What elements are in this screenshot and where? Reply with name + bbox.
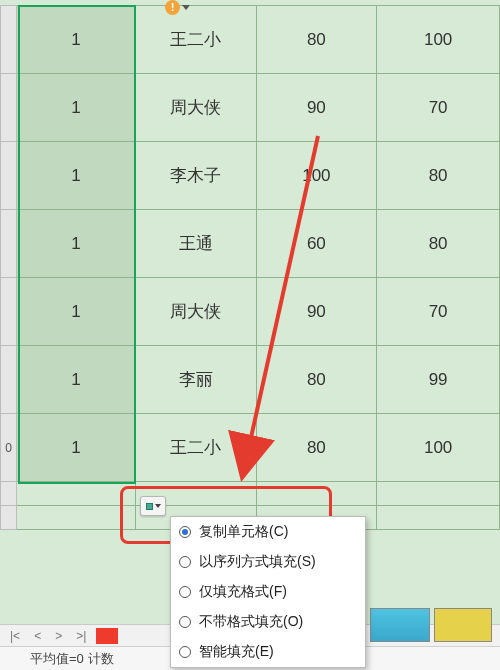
cell[interactable]: 80: [256, 346, 377, 414]
cell[interactable]: 1: [17, 278, 136, 346]
cell[interactable]: 1: [17, 346, 136, 414]
nav-next-button[interactable]: >: [51, 629, 66, 643]
cell[interactable]: 周大侠: [135, 74, 256, 142]
row-header[interactable]: [1, 142, 17, 210]
fill-option-label: 仅填充格式(F): [199, 583, 287, 601]
table-row[interactable]: 1王二小80100: [1, 6, 500, 74]
thumbnail-1: [370, 608, 430, 642]
cell[interactable]: [377, 482, 500, 506]
row-header[interactable]: [1, 74, 17, 142]
cell[interactable]: 100: [377, 6, 500, 74]
table-row[interactable]: 1周大侠9070: [1, 278, 500, 346]
nav-prev-button[interactable]: <: [30, 629, 45, 643]
thumbnail-2: [434, 608, 492, 642]
nav-first-button[interactable]: |<: [6, 629, 24, 643]
radio-icon: [179, 586, 191, 598]
row-header[interactable]: [1, 346, 17, 414]
fill-option-label: 不带格式填充(O): [199, 613, 303, 631]
chevron-down-icon: [182, 5, 190, 10]
fill-option-label: 智能填充(E): [199, 643, 274, 661]
row-header[interactable]: [1, 278, 17, 346]
cell[interactable]: 100: [377, 414, 500, 482]
table-row[interactable]: 1李木子10080: [1, 142, 500, 210]
fill-option-4[interactable]: 智能填充(E): [171, 637, 365, 667]
fill-option-label: 复制单元格(C): [199, 523, 288, 541]
data-table[interactable]: 1王二小801001周大侠90701李木子100801王通60801周大侠907…: [0, 5, 500, 530]
cell[interactable]: 99: [377, 346, 500, 414]
autofill-options-menu: 复制单元格(C)以序列方式填充(S)仅填充格式(F)不带格式填充(O)智能填充(…: [170, 516, 366, 668]
status-average: 平均值=0: [30, 650, 84, 668]
nav-last-button[interactable]: >|: [72, 629, 90, 643]
cell[interactable]: 周大侠: [135, 278, 256, 346]
status-count: 计数: [88, 650, 114, 668]
autofill-options-button[interactable]: [140, 496, 166, 516]
fill-option-label: 以序列方式填充(S): [199, 553, 316, 571]
cell[interactable]: 王通: [135, 210, 256, 278]
cell[interactable]: 1: [17, 414, 136, 482]
cell[interactable]: 1: [17, 74, 136, 142]
row-header[interactable]: [1, 506, 17, 530]
chevron-down-icon: [155, 504, 161, 508]
cell[interactable]: 王二小: [135, 6, 256, 74]
cell[interactable]: 70: [377, 74, 500, 142]
cell[interactable]: 70: [377, 278, 500, 346]
cell[interactable]: 80: [256, 6, 377, 74]
spreadsheet-grid[interactable]: 1王二小801001周大侠90701李木子100801王通60801周大侠907…: [0, 5, 500, 530]
row-header[interactable]: [1, 210, 17, 278]
radio-icon: [179, 646, 191, 658]
active-sheet-indicator[interactable]: [96, 628, 118, 644]
radio-icon: [179, 556, 191, 568]
fill-option-2[interactable]: 仅填充格式(F): [171, 577, 365, 607]
cell[interactable]: [377, 506, 500, 530]
cell[interactable]: 80: [377, 210, 500, 278]
table-row[interactable]: 1李丽8099: [1, 346, 500, 414]
cell[interactable]: 李木子: [135, 142, 256, 210]
row-header[interactable]: 0: [1, 414, 17, 482]
cell[interactable]: 1: [17, 142, 136, 210]
fill-option-1[interactable]: 以序列方式填充(S): [171, 547, 365, 577]
cell[interactable]: [17, 506, 136, 530]
fill-option-3[interactable]: 不带格式填充(O): [171, 607, 365, 637]
cell[interactable]: 100: [256, 142, 377, 210]
fill-icon: [146, 503, 153, 510]
cell[interactable]: 1: [17, 6, 136, 74]
fill-option-0[interactable]: 复制单元格(C): [171, 517, 365, 547]
cell[interactable]: 1: [17, 210, 136, 278]
cell[interactable]: [256, 482, 377, 506]
cell[interactable]: 90: [256, 278, 377, 346]
radio-icon: [179, 526, 191, 538]
table-row[interactable]: 1周大侠9070: [1, 74, 500, 142]
row-header[interactable]: [1, 6, 17, 74]
warning-icon: !: [165, 0, 180, 15]
cell[interactable]: 80: [377, 142, 500, 210]
cell[interactable]: 王二小: [135, 414, 256, 482]
cell[interactable]: 60: [256, 210, 377, 278]
table-row[interactable]: 1王通6080: [1, 210, 500, 278]
row-header[interactable]: [1, 482, 17, 506]
smart-tag-button[interactable]: !: [165, 0, 195, 16]
radio-icon: [179, 616, 191, 628]
cell[interactable]: [17, 482, 136, 506]
table-row[interactable]: 01王二小80100: [1, 414, 500, 482]
cell[interactable]: 李丽: [135, 346, 256, 414]
cell[interactable]: 90: [256, 74, 377, 142]
table-row[interactable]: [1, 482, 500, 506]
cell[interactable]: 80: [256, 414, 377, 482]
